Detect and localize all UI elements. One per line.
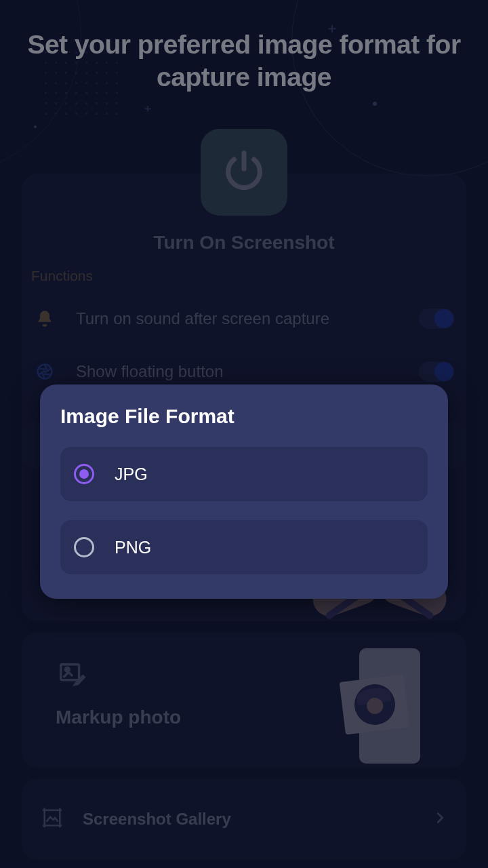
format-option-jpg[interactable]: JPG: [60, 447, 428, 501]
format-option-label: JPG: [115, 465, 148, 484]
format-option-label: PNG: [115, 538, 151, 557]
image-format-dialog: Image File Format JPG PNG: [40, 384, 448, 599]
radio-selected-icon: [74, 464, 94, 484]
radio-unselected-icon: [74, 537, 94, 557]
format-option-png[interactable]: PNG: [60, 520, 428, 574]
dialog-title: Image File Format: [60, 405, 428, 428]
